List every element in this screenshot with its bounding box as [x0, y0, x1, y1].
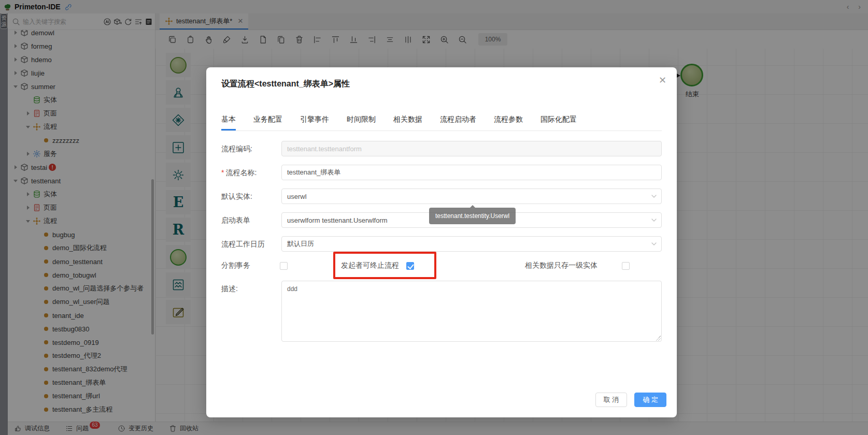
related-data-checkbox[interactable] — [622, 262, 630, 270]
field-label: 流程工作日历 — [221, 236, 281, 252]
resize-handle[interactable] — [656, 336, 661, 341]
initiator-terminate-group: 发起者可终止流程 — [341, 260, 414, 271]
split-transaction-group: 分割事务 — [221, 260, 288, 271]
checkbox-label: 发起者可终止流程 — [341, 261, 399, 270]
field-label: 描述: — [221, 281, 281, 342]
dialog-tab-6[interactable]: 流程启动者 — [440, 115, 476, 130]
dialog-tabs: 基本业务配置引擎事件时间限制相关数据流程启动者流程参数国际化配置 — [221, 115, 662, 131]
process-properties-dialog: 设置流程<testtenant_绑表单>属性 ✕ 基本业务配置引擎事件时间限制相… — [206, 67, 677, 417]
chevron-down-icon — [651, 217, 657, 223]
select-value: userwl — [287, 193, 307, 200]
dialog-tab-4[interactable]: 时间限制 — [347, 115, 376, 130]
select-value: userwlform testtenant.Userwlform — [287, 216, 388, 224]
form-row-entity: 默认实体: userwl — [221, 189, 662, 204]
select-value: 默认日历 — [287, 239, 314, 249]
chevron-down-icon — [651, 241, 657, 247]
dialog-title: 设置流程<testtenant_绑表单>属性 — [221, 79, 350, 90]
field-label: 默认实体: — [221, 189, 281, 204]
process-code-field — [281, 141, 662, 156]
entity-tooltip: testtenant.testentity.Userwl — [429, 208, 516, 224]
cancel-button[interactable]: 取 消 — [595, 393, 628, 407]
default-entity-select[interactable]: userwl — [281, 189, 662, 204]
form-row-calendar: 流程工作日历 默认日历 — [221, 236, 662, 252]
form-row-checkboxes: 分割事务 发起者可终止流程 相关数据只存一级实体 — [221, 260, 662, 271]
form-row-description: 描述: ddd — [221, 281, 662, 342]
dialog-tab-8[interactable]: 国际化配置 — [540, 115, 577, 130]
dialog-footer: 取 消 确 定 — [595, 393, 666, 407]
form-row-name: *流程名称: — [221, 165, 662, 180]
work-calendar-select[interactable]: 默认日历 — [281, 236, 662, 252]
related-data-group: 相关数据只存一级实体 — [525, 260, 630, 271]
tooltip-text: testtenant.testentity.Userwl — [435, 212, 509, 220]
form-row-code: 流程编码: — [221, 141, 662, 156]
app-window: Primeton-IDE ‹ › 资源 demowlformeghdemoliu… — [0, 0, 868, 435]
dialog-tab-7[interactable]: 流程参数 — [494, 115, 523, 130]
process-name-field[interactable] — [281, 165, 662, 180]
checkbox-label: 相关数据只存一级实体 — [525, 261, 597, 270]
dialog-tab-1[interactable]: 基本 — [221, 115, 236, 130]
required-asterisk: * — [221, 168, 224, 177]
dialog-tab-2[interactable]: 业务配置 — [253, 115, 282, 130]
close-icon[interactable]: ✕ — [659, 75, 666, 86]
tooltip-arrow — [470, 205, 475, 208]
split-transaction-checkbox[interactable] — [280, 262, 288, 270]
field-label: 流程编码: — [221, 141, 281, 156]
field-label: *流程名称: — [221, 165, 281, 180]
field-label: 启动表单 — [221, 212, 281, 228]
ok-button[interactable]: 确 定 — [634, 393, 666, 407]
dialog-tab-5[interactable]: 相关数据 — [393, 115, 422, 130]
chevron-down-icon — [651, 193, 657, 199]
checkbox-label: 分割事务 — [221, 261, 250, 270]
dialog-tab-3[interactable]: 引擎事件 — [300, 115, 329, 130]
initiator-terminate-checkbox[interactable] — [406, 262, 414, 270]
description-textarea[interactable]: ddd — [281, 281, 662, 342]
